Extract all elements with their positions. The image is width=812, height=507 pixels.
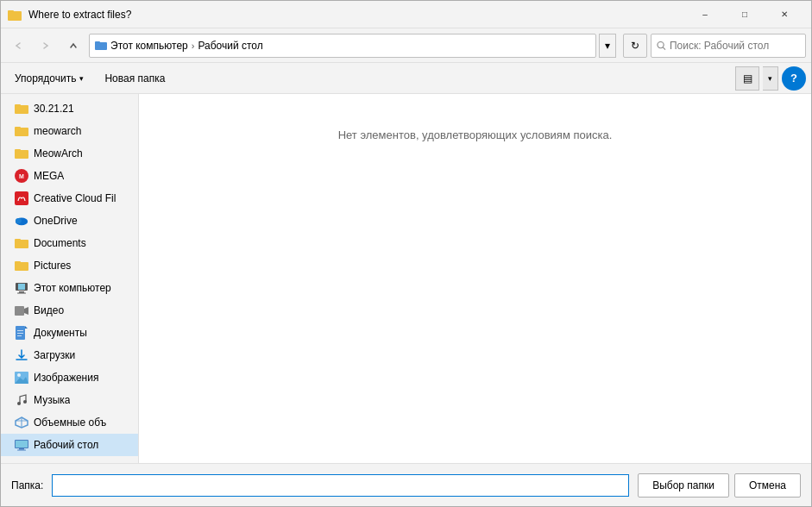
svg-rect-1 bbox=[8, 10, 14, 13]
title-bar-controls: – □ ✕ bbox=[685, 1, 804, 28]
view-dropdown-icon: ▾ bbox=[768, 74, 772, 83]
sidebar-icon-docs bbox=[15, 326, 28, 340]
path-sep-1: › bbox=[192, 41, 195, 51]
sidebar-label-this-computer: Этот компьютер bbox=[34, 282, 111, 294]
sidebar-icon-images bbox=[15, 371, 28, 385]
sidebar-item-folder-meowarch-lower[interactable]: meowarch bbox=[1, 120, 138, 142]
sidebar-label-pictures: Pictures bbox=[34, 260, 71, 272]
path-segment-computer: Этот компьютер bbox=[110, 40, 188, 52]
sidebar-icon-folder-yellow bbox=[15, 236, 28, 250]
sidebar-item-music[interactable]: Музыка bbox=[1, 389, 138, 411]
toolbar: Упорядочить ▾ Новая папка ▤ ▾ ? bbox=[1, 63, 811, 94]
svg-point-13 bbox=[16, 218, 22, 223]
maximize-button[interactable]: □ bbox=[725, 1, 765, 28]
svg-rect-38 bbox=[16, 441, 28, 448]
up-button[interactable] bbox=[61, 34, 85, 58]
search-box[interactable] bbox=[651, 34, 806, 58]
sidebar-label-creative-cloud: Creative Cloud Fil bbox=[34, 192, 116, 204]
svg-point-32 bbox=[17, 402, 21, 405]
sidebar-label-images: Изображения bbox=[34, 372, 98, 384]
folder-input[interactable] bbox=[52, 474, 629, 497]
toolbar-right: ▤ ▾ ? bbox=[735, 66, 806, 91]
sidebar-item-downloads[interactable]: Загрузки bbox=[1, 344, 138, 366]
sidebar-item-this-computer[interactable]: Этот компьютер bbox=[1, 277, 138, 299]
sidebar-item-documents-ru[interactable]: Документы bbox=[1, 322, 138, 344]
sidebar-item-3d[interactable]: Объемные объ bbox=[1, 411, 138, 434]
sidebar-label-folder-meowarch-lower: meowarch bbox=[34, 125, 81, 137]
sidebar-item-images[interactable]: Изображения bbox=[1, 366, 138, 389]
new-folder-button[interactable]: Новая папка bbox=[96, 66, 173, 91]
sidebar-item-pictures[interactable]: Pictures bbox=[1, 254, 138, 277]
address-path[interactable]: Этот компьютер › Рабочий стол bbox=[89, 34, 596, 58]
sidebar-icon-computer bbox=[15, 281, 28, 295]
view-dropdown-button[interactable]: ▾ bbox=[763, 66, 778, 91]
help-button[interactable]: ? bbox=[782, 66, 806, 91]
sidebar-label-music: Музыка bbox=[34, 394, 70, 406]
path-folder-icon bbox=[95, 40, 107, 52]
svg-rect-39 bbox=[19, 448, 24, 450]
sidebar-label-onedrive: OneDrive bbox=[34, 215, 78, 227]
sidebar-item-desktop[interactable]: Рабочий стол bbox=[1, 434, 138, 456]
sidebar-icon-3d bbox=[15, 416, 28, 429]
bottom-bar: Папка: Выбор папки Отмена bbox=[1, 463, 811, 506]
svg-rect-26 bbox=[17, 330, 23, 331]
sidebar-label-desktop: Рабочий стол bbox=[34, 439, 98, 451]
back-button[interactable] bbox=[6, 34, 30, 58]
svg-point-4 bbox=[658, 41, 664, 47]
sidebar-label-documents: Documents bbox=[34, 237, 86, 249]
view-button[interactable]: ▤ bbox=[735, 66, 759, 91]
sidebar-icon-mega: M bbox=[15, 169, 28, 183]
sidebar-item-creative-cloud[interactable]: Creative Cloud Fil bbox=[1, 187, 138, 210]
sidebar-icon-desktop bbox=[15, 438, 28, 452]
folder-label: Папка: bbox=[11, 479, 43, 491]
svg-rect-28 bbox=[17, 335, 22, 336]
address-bar: Этот компьютер › Рабочий стол ▾ ↻ bbox=[1, 28, 811, 63]
svg-point-33 bbox=[23, 400, 27, 404]
new-folder-label: Новая папка bbox=[104, 72, 165, 84]
sidebar-item-onedrive[interactable]: OneDrive bbox=[1, 210, 138, 232]
sidebar-item-video[interactable]: Видео bbox=[1, 299, 138, 322]
svg-rect-3 bbox=[95, 41, 100, 44]
sidebar-label-video: Видео bbox=[34, 304, 64, 316]
title-bar: Where to extract files? – □ ✕ bbox=[1, 1, 811, 28]
sidebar-item-documents[interactable]: Documents bbox=[1, 232, 138, 254]
sidebar-icon-folder-yellow bbox=[15, 147, 28, 160]
sidebar-icon-music bbox=[15, 393, 28, 407]
path-segment-desktop: Рабочий стол bbox=[198, 40, 262, 52]
sidebar-item-folder-meowarch-upper[interactable]: MeowArch bbox=[1, 142, 138, 165]
path-dropdown-button[interactable]: ▾ bbox=[599, 34, 616, 58]
forward-button[interactable] bbox=[34, 34, 58, 58]
search-input[interactable] bbox=[670, 40, 800, 52]
choose-folder-button[interactable]: Выбор папки bbox=[638, 473, 729, 498]
sidebar-label-folder-30: 30.21.21 bbox=[34, 103, 74, 115]
sidebar-label-documents-ru: Документы bbox=[34, 327, 87, 339]
sidebar-icon-creative-cloud bbox=[15, 191, 28, 205]
dialog-title: Where to extract files? bbox=[28, 9, 685, 21]
svg-rect-17 bbox=[15, 261, 21, 264]
sidebar-item-folder-30[interactable]: 30.21.21 bbox=[1, 97, 138, 120]
svg-rect-40 bbox=[17, 449, 26, 450]
sidebar-item-mega[interactable]: MMEGA bbox=[1, 165, 138, 187]
sidebar-icon-onedrive bbox=[15, 214, 28, 228]
view-icon: ▤ bbox=[743, 72, 752, 84]
sidebar-label-3d: Объемные объ bbox=[34, 416, 106, 429]
sidebar: 30.21.21meowarchMeowArchMMEGACreative Cl… bbox=[1, 94, 139, 463]
action-buttons: Выбор папки Отмена bbox=[638, 473, 801, 498]
dialog-icon bbox=[8, 8, 22, 22]
organize-button[interactable]: Упорядочить ▾ bbox=[6, 66, 92, 91]
close-button[interactable]: ✕ bbox=[765, 1, 804, 28]
sidebar-icon-video bbox=[15, 304, 28, 317]
sidebar-icon-download bbox=[15, 348, 28, 362]
minimize-button[interactable]: – bbox=[685, 1, 725, 28]
organize-dropdown-icon: ▾ bbox=[79, 74, 84, 83]
cancel-button[interactable]: Отмена bbox=[734, 473, 801, 498]
svg-rect-21 bbox=[17, 293, 26, 294]
refresh-button[interactable]: ↻ bbox=[623, 34, 647, 58]
svg-point-30 bbox=[17, 373, 21, 377]
file-area: Нет элементов, удовлетворяющих условиям … bbox=[139, 94, 811, 463]
sidebar-label-folder-meowarch-upper: MeowArch bbox=[34, 147, 83, 160]
sidebar-label-mega: MEGA bbox=[34, 170, 64, 182]
help-label: ? bbox=[790, 72, 797, 84]
svg-rect-9 bbox=[15, 127, 21, 129]
svg-rect-11 bbox=[15, 149, 21, 152]
